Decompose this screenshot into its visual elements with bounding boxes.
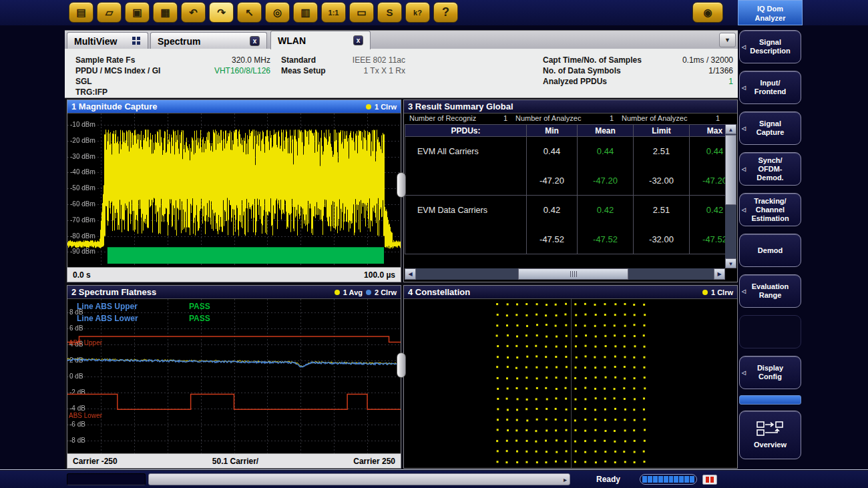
- result-vertical-scrollbar[interactable]: ▲ ▼: [725, 124, 736, 268]
- setting-label: Sample Rate Fs: [75, 55, 135, 65]
- constellation-canvas[interactable]: [404, 299, 737, 468]
- table-cell: -47.52: [690, 225, 726, 254]
- overview-icon: [756, 421, 785, 439]
- result-panel-header[interactable]: 3 Result Summary Global: [404, 100, 737, 113]
- scpi-recorder-icon[interactable]: S: [377, 2, 402, 23]
- vertical-scroll-thumb[interactable]: [725, 135, 736, 205]
- horizontal-scroll-thumb[interactable]: [518, 268, 628, 280]
- sidebar-button-signal-capture[interactable]: ◁Signal Capture: [739, 111, 801, 145]
- marker-table-icon[interactable]: ▥: [293, 2, 318, 23]
- open-dialog-arrow-icon: ◁: [742, 165, 746, 174]
- sidebar-button-demod[interactable]: Demod: [739, 234, 801, 267]
- zoom-one-to-one-icon[interactable]: 1:1: [321, 2, 346, 23]
- progress-segment: [679, 476, 684, 483]
- setting-row: TRG:IFP: [75, 87, 270, 97]
- magnitude-panel-header[interactable]: 1 Magnitude Capture 1 Clrw: [67, 100, 401, 113]
- constellation-plot[interactable]: [404, 299, 737, 468]
- sidebar-button-signal-description[interactable]: ◁Signal Description: [739, 30, 801, 63]
- save-icon[interactable]: ▣: [125, 2, 150, 23]
- result-horizontal-scrollbar[interactable]: ◀ ▶: [405, 268, 725, 280]
- setting-value: 0.1ms / 32000: [682, 55, 733, 65]
- tab-spectrum[interactable]: Spectrum x: [150, 32, 267, 49]
- table-cell: -47.20: [527, 166, 578, 196]
- close-tab-icon[interactable]: x: [353, 35, 363, 45]
- sidebar-button-synch-ofdm-demod[interactable]: ◁Synch/ OFDM- Demod.: [739, 152, 801, 186]
- magnitude-canvas[interactable]: [67, 113, 401, 267]
- setting-label: Capt Time/No. of Samples: [543, 55, 642, 65]
- result-counter: Number of Analyzec1: [511, 114, 618, 124]
- select-cursor-icon[interactable]: ↖: [237, 2, 262, 23]
- report-icon[interactable]: ▤: [69, 2, 93, 23]
- status-scroll-arrow-icon[interactable]: ▸: [564, 476, 567, 483]
- scroll-right-icon[interactable]: ▶: [714, 268, 725, 280]
- scroll-down-icon[interactable]: ▼: [725, 258, 736, 268]
- scroll-grip-icon: [570, 271, 577, 277]
- redo-icon[interactable]: ↷: [209, 2, 234, 23]
- counter-value: 1: [499, 114, 507, 124]
- tab-bar: MultiView Spectrum x WLAN x ▼: [65, 30, 738, 49]
- sidebar-button-tracking-channel-estimation[interactable]: ◁Tracking/ Channel Estimation: [739, 193, 801, 226]
- trace-label: 2 Clrw: [375, 288, 397, 296]
- sidebar-scroll-indicator[interactable]: [739, 395, 801, 405]
- setting-label: No. of Data Symbols: [543, 65, 621, 76]
- result-table: PPDUs:MinMeanLimitMaxEVM All Carriers0.4…: [405, 124, 726, 254]
- table-header-cell: Max: [690, 125, 726, 137]
- display-icon[interactable]: ▭: [349, 2, 374, 23]
- print-icon[interactable]: ▦: [153, 2, 178, 23]
- flatness-panel-header[interactable]: 2 Spectrum Flatness 1 Avg2 Clrw: [67, 286, 401, 299]
- progress-segment: [674, 476, 678, 483]
- table-cell: -32.00: [634, 166, 690, 196]
- counter-label: Number of Analyzec: [622, 114, 687, 124]
- counter-label: Number of Recogniz: [409, 114, 476, 124]
- status-scrollbar[interactable]: ▸: [148, 473, 570, 485]
- sidebar-button-evaluation-range[interactable]: ◁Evaluation Range: [739, 274, 801, 308]
- limit-line-name: Line ABS Lower: [77, 312, 189, 324]
- sidebar-button-input-frontend[interactable]: ◁Input/ Frontend: [739, 71, 801, 104]
- tab-dropdown-button[interactable]: ▼: [719, 33, 736, 47]
- trace-dot-icon: [702, 290, 708, 295]
- table-row-name: EVM All Carriers: [405, 137, 527, 196]
- setting-row: Capt Time/No. of Samples0.1ms / 32000: [543, 55, 733, 65]
- overview-button[interactable]: Overview: [739, 411, 801, 459]
- scroll-up-icon[interactable]: ▲: [725, 124, 736, 134]
- result-summary-body: Number of Recogniz1Number of Analyzec1Nu…: [404, 113, 737, 282]
- progress-segment: [648, 476, 652, 483]
- sidebar-button-label: Evaluation Range: [752, 282, 789, 300]
- progress-bar: [640, 474, 697, 485]
- open-file-icon[interactable]: ▱: [97, 2, 122, 23]
- result-counters: Number of Recogniz1Number of Analyzec1Nu…: [405, 114, 724, 124]
- screenshot-button[interactable]: ◉: [692, 2, 723, 23]
- marker-search-icon[interactable]: ◎: [265, 2, 290, 23]
- table-cell: 0.42: [578, 196, 634, 225]
- context-help-icon[interactable]: k?: [405, 2, 430, 23]
- table-header-cell: Min: [527, 125, 578, 137]
- status-message-area: [67, 473, 146, 485]
- setting-row: Meas Setup1 Tx X 1 Rx: [281, 65, 405, 76]
- sidebar-button-label: Display Config: [757, 364, 783, 381]
- scroll-left-icon[interactable]: ◀: [405, 268, 416, 280]
- counter-value: 1: [606, 114, 614, 124]
- limit-check-row: Line ABS LowerPASS: [77, 312, 210, 324]
- splitter-handle[interactable]: [397, 352, 406, 378]
- sidebar-button-label: Signal Capture: [756, 119, 785, 137]
- undo-icon[interactable]: ↶: [181, 2, 206, 23]
- sidebar-button-display-config[interactable]: ◁Display Config: [739, 356, 801, 389]
- setting-row: PPDU / MCS Index / GIVHT160/8/L126: [75, 65, 270, 76]
- constellation-panel-title: 4 Constellation: [408, 287, 470, 297]
- magnitude-x-stop: 100.0 µs: [364, 270, 395, 280]
- trace-dot-icon: [366, 290, 371, 295]
- close-tab-icon[interactable]: x: [250, 36, 260, 46]
- open-dialog-arrow-icon: ◁: [742, 369, 746, 377]
- open-dialog-arrow-icon: ◁: [742, 124, 746, 133]
- tab-multiview[interactable]: MultiView: [67, 32, 148, 49]
- ready-status-label: Ready: [596, 475, 620, 484]
- splitter-handle[interactable]: [397, 172, 406, 198]
- constellation-panel-header[interactable]: 4 Constellation 1 Clrw: [404, 286, 737, 299]
- flatness-plot[interactable]: Line ABS UpperPASSLine ABS LowerPASS: [67, 299, 401, 453]
- help-icon[interactable]: ?: [433, 2, 458, 23]
- setting-value: 1: [728, 76, 733, 87]
- table-cell: 0.44: [690, 137, 726, 166]
- tab-wlan[interactable]: WLAN x: [270, 31, 371, 49]
- table-cell: 0.44: [527, 137, 578, 166]
- magnitude-plot[interactable]: [67, 113, 401, 267]
